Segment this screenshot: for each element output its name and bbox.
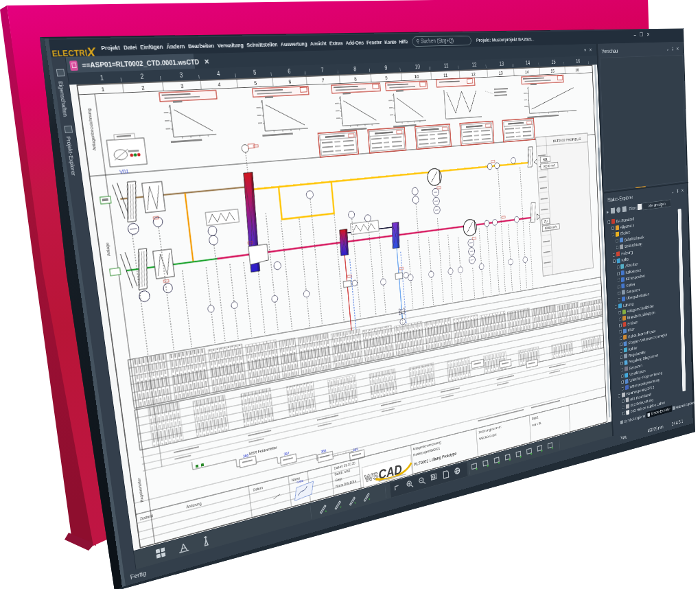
svg-text:11: 11 <box>443 73 447 78</box>
svg-text:10: 10 <box>415 73 419 79</box>
svg-text:14: 14 <box>525 69 529 75</box>
svg-text:ZU: ZU <box>544 220 548 224</box>
svg-text:13: 13 <box>499 70 503 76</box>
svg-text:8: 8 <box>354 76 357 82</box>
svg-text:9: 9 <box>385 75 388 80</box>
svg-text:16: 16 <box>575 67 579 73</box>
svg-text:15: 15 <box>550 69 555 74</box>
svg-text:ABL: ABL <box>543 157 548 161</box>
svg-text:V01: V01 <box>119 168 130 175</box>
svg-text:12: 12 <box>471 71 476 77</box>
